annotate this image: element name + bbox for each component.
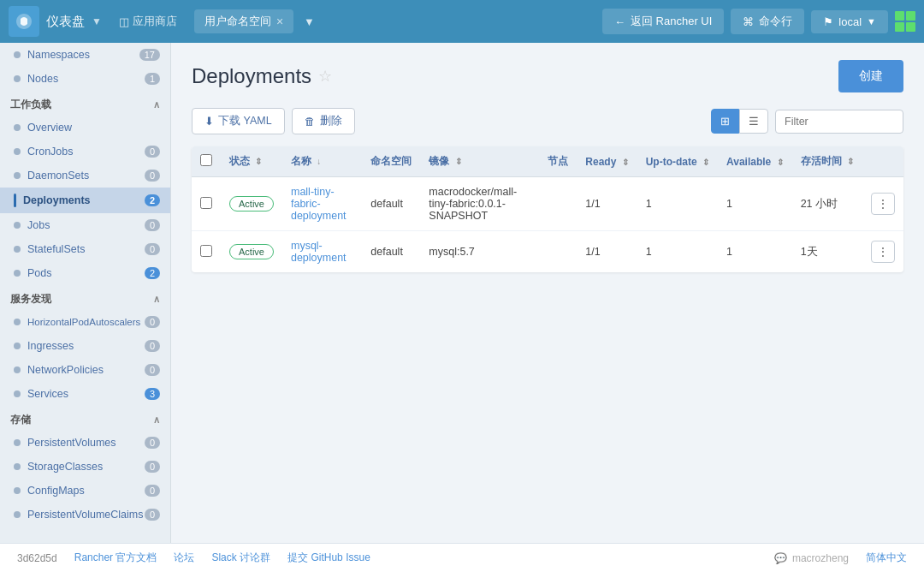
hpa-badge: 0 <box>145 316 160 328</box>
row2-checkbox[interactable] <box>200 245 212 257</box>
statefulsets-dot <box>14 246 21 253</box>
filter-input[interactable] <box>775 110 903 134</box>
row1-action-btn[interactable]: ⋮ <box>871 193 895 215</box>
age-sort-icon[interactable]: ⇕ <box>847 157 854 166</box>
sidebar-item-statefulsets[interactable]: StatefulSets 0 <box>0 237 170 261</box>
name-sort-icon[interactable]: ↓ <box>317 157 321 166</box>
sidebar-item-services[interactable]: Services 3 <box>0 382 170 406</box>
row2-namespace: default <box>362 231 420 273</box>
cli-btn[interactable]: ⌘ 命令行 <box>731 9 804 34</box>
jobs-dot <box>14 222 21 229</box>
table-header: 状态 ⇕ 名称 ↓ 命名空间 镜像 ⇕ 节点 <box>192 146 903 177</box>
pv-badge: 0 <box>145 437 160 449</box>
grid-view-btn[interactable]: ⊞ <box>711 109 739 134</box>
sidebar-item-hpa[interactable]: HorizontalPodAutoscalers 0 <box>0 310 170 334</box>
row1-scale <box>539 177 577 231</box>
service-collapse-arrow[interactable]: ∧ <box>153 294 160 305</box>
pv-dot <box>14 439 21 446</box>
list-view-icon: ☰ <box>749 115 759 128</box>
daemonsets-dot <box>14 172 21 179</box>
back-icon: ← <box>614 15 625 28</box>
sidebar-item-daemonsets[interactable]: DaemonSets 0 <box>0 164 170 188</box>
sidebar-item-pvc[interactable]: PersistentVolumeClaims 0 <box>0 503 170 527</box>
col-namespace: 命名空间 <box>362 146 420 177</box>
language-switch[interactable]: 简体中文 <box>866 551 907 565</box>
ingresses-dot <box>14 343 21 349</box>
nodes-badge: 1 <box>145 73 160 85</box>
storage-collapse-arrow[interactable]: ∧ <box>153 414 160 426</box>
sidebar-item-namespaces[interactable]: Namespaces 17 <box>0 43 170 67</box>
ready-sort-icon[interactable]: ⇕ <box>622 158 629 167</box>
body: Namespaces 17 Nodes 1 工作负载 ∧ Overview Cr… <box>0 43 924 543</box>
row1-checkbox[interactable] <box>200 197 212 209</box>
list-view-btn[interactable]: ☰ <box>739 109 768 134</box>
deployments-badge: 2 <box>145 194 160 206</box>
sidebar-item-pods[interactable]: Pods 2 <box>0 261 170 285</box>
tab-user-namespace[interactable]: 用户命名空间 × <box>194 9 293 33</box>
table-body: Active mall-tiny-fabric-deployment defau… <box>192 177 903 273</box>
pods-badge: 2 <box>145 267 160 279</box>
services-badge: 3 <box>145 388 160 400</box>
rancher-docs-link[interactable]: Rancher 官方文档 <box>74 551 157 565</box>
sidebar: Namespaces 17 Nodes 1 工作负载 ∧ Overview Cr… <box>0 43 171 543</box>
row1-name-link[interactable]: mall-tiny-fabric-deployment <box>291 186 346 222</box>
sidebar-item-overview[interactable]: Overview <box>0 116 170 140</box>
section-workload: 工作负载 ∧ <box>0 91 170 116</box>
row2-status: Active <box>221 231 282 273</box>
back-to-rancher-btn[interactable]: ← 返回 Rancher UI <box>602 9 724 34</box>
github-issue-link[interactable]: 提交 GitHub Issue <box>287 551 370 565</box>
row2-image: mysql:5.7 <box>420 231 539 273</box>
delete-button[interactable]: 🗑 删除 <box>292 108 355 134</box>
jobs-badge: 0 <box>145 219 160 231</box>
tab-more-dropdown[interactable]: ▼ <box>300 15 318 28</box>
create-button[interactable]: 创建 <box>838 60 903 92</box>
sidebar-item-persistent-volumes[interactable]: PersistentVolumes 0 <box>0 431 170 455</box>
workload-collapse-arrow[interactable]: ∧ <box>153 99 160 110</box>
sc-dot <box>14 463 21 470</box>
page-title: Deployments <box>192 64 311 88</box>
image-sort-icon[interactable]: ⇕ <box>455 157 462 166</box>
deployments-active-bar <box>14 194 16 207</box>
namespaces-dot <box>14 51 21 58</box>
row2-ready: 1/1 <box>577 231 637 273</box>
forum-link[interactable]: 论坛 <box>174 551 194 565</box>
sidebar-item-configmaps[interactable]: ConfigMaps 0 <box>0 479 170 503</box>
download-icon: ⬇ <box>204 115 214 128</box>
nodes-dot <box>14 75 21 82</box>
hpa-dot <box>14 319 21 325</box>
tab-close-icon[interactable]: × <box>276 15 283 28</box>
row2-up-to-date: 1 <box>637 231 718 273</box>
select-all-checkbox[interactable] <box>200 154 212 166</box>
uptd-sort-icon[interactable]: ⇕ <box>702 158 709 167</box>
sidebar-item-ingresses[interactable]: Ingresses 0 <box>0 334 170 358</box>
slack-link[interactable]: Slack 讨论群 <box>211 551 270 565</box>
view-toggle: ⊞ ☰ <box>711 109 768 134</box>
col-age: 存活时间 ⇕ <box>792 146 862 177</box>
cm-dot <box>14 487 21 494</box>
section-storage: 存储 ∧ <box>0 406 170 431</box>
sidebar-item-deployments[interactable]: Deployments 2 <box>0 188 170 213</box>
grid-apps-icon[interactable] <box>895 11 915 32</box>
dashboard-dropdown-arrow[interactable]: ▼ <box>92 15 102 27</box>
toolbar: ⬇ 下载 YAML 🗑 删除 ⊞ ☰ <box>192 108 903 134</box>
row2-name-link[interactable]: mysql-deployment <box>291 240 346 264</box>
row2-name: mysql-deployment <box>282 231 362 273</box>
logo <box>9 6 39 37</box>
cluster-selector[interactable]: ⚑ local ▼ <box>811 10 888 33</box>
status-sort-icon[interactable]: ⇕ <box>255 157 262 166</box>
namespaces-badge: 17 <box>139 49 160 61</box>
avail-sort-icon[interactable]: ⇕ <box>777 158 784 167</box>
row2-action-btn[interactable]: ⋮ <box>871 241 895 263</box>
sidebar-item-jobs[interactable]: Jobs 0 <box>0 213 170 237</box>
favorite-star-icon[interactable]: ☆ <box>318 67 332 86</box>
row1-namespace: default <box>362 177 420 231</box>
sidebar-item-network-policies[interactable]: NetworkPolicies 0 <box>0 358 170 382</box>
header: 仪表盘 ▼ ◫ 应用商店 用户命名空间 × ▼ ← 返回 Rancher UI … <box>0 0 924 43</box>
sidebar-item-cronjobs[interactable]: CronJobs 0 <box>0 140 170 164</box>
download-yaml-button[interactable]: ⬇ 下载 YAML <box>192 108 285 134</box>
tab-app-store[interactable]: ◫ 应用商店 <box>109 9 187 33</box>
sidebar-item-nodes[interactable]: Nodes 1 <box>0 67 170 91</box>
commit-hash: 3d62d5d <box>17 552 57 564</box>
row2-available: 1 <box>718 231 792 273</box>
sidebar-item-storage-classes[interactable]: StorageClasses 0 <box>0 455 170 479</box>
